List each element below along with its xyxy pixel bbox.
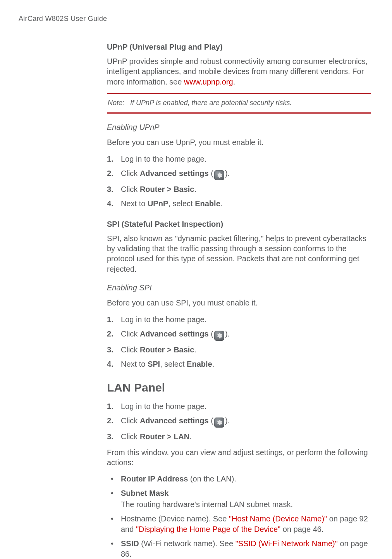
upnp-step-1: Log in to the home page.: [107, 154, 371, 164]
step-text: Click: [121, 169, 140, 178]
upnp-heading: UPnP (Universal Plug and Play): [107, 43, 371, 52]
enabling-upnp-intro: Before you can use UpnP, you must enable…: [107, 137, 371, 147]
router-basic-label: Router > Basic: [140, 185, 194, 193]
spi-step-1: Log in to the home page.: [107, 314, 371, 325]
step-text: Next to: [121, 199, 148, 208]
note-rule-bottom: [107, 112, 371, 114]
header-rule: [19, 27, 373, 27]
router-basic-label: Router > Basic: [140, 345, 194, 354]
lan-intro2: From this window, you can view and adjus…: [107, 447, 371, 468]
paren-open: (: [209, 169, 213, 178]
note-body: If UPnP is enabled, there are potential …: [130, 99, 292, 107]
lan-step-1: Log in to the home page.: [107, 401, 371, 412]
subnet-mask-label: Subnet Mask: [121, 489, 168, 497]
running-head: AirCard W802S User Guide: [19, 15, 373, 23]
step-text: Click: [121, 185, 140, 193]
paren-close: ).: [225, 416, 230, 425]
bullet-text: Hostname (Device name). See: [121, 514, 229, 523]
bullet-ssid: SSID (Wi-Fi network name). See "SSID (Wi…: [107, 538, 371, 559]
lan-step-3: Click Router > LAN.: [107, 431, 371, 442]
advanced-settings-label: Advanced settings: [140, 330, 209, 338]
bullet-subnet-mask: Subnet Mask The routing hardware's inter…: [107, 488, 371, 510]
step-text-end: .: [194, 345, 197, 354]
upnp-link[interactable]: www.upnp.org: [184, 78, 233, 86]
paren-open: (: [209, 416, 213, 425]
advanced-settings-label: Advanced settings: [140, 416, 209, 425]
upnp-step-3: Click Router > Basic.: [107, 184, 371, 195]
upnp-label: UPnP: [148, 199, 168, 208]
upnp-step-4: Next to UPnP, select Enable.: [107, 198, 371, 209]
main-content: UPnP (Universal Plug and Play) UPnP prov…: [107, 43, 373, 559]
upnp-intro: UPnP provides simple and robust connecti…: [107, 56, 371, 87]
step-text: Click: [121, 345, 140, 354]
advanced-settings-label: Advanced settings: [140, 169, 209, 178]
gear-icon: [213, 331, 225, 341]
step-text: Click: [121, 432, 140, 441]
step-text: Click: [121, 416, 140, 425]
enable-label: Enable: [187, 360, 212, 368]
step-text: Click: [121, 330, 140, 338]
step-text-end: .: [194, 185, 197, 193]
spi-step-3: Click Router > Basic.: [107, 345, 371, 355]
enable-label: Enable: [195, 199, 220, 208]
hostname-link-2[interactable]: "Displaying the Home Page of the Device": [136, 525, 280, 533]
lan-steps: Log in to the home page. Click Advanced …: [107, 401, 371, 442]
router-ip-label: Router IP Address: [121, 474, 188, 483]
lan-panel-heading: LAN Panel: [107, 381, 371, 394]
bullet-text: (on the LAN).: [188, 474, 236, 483]
enabling-upnp-heading: Enabling UPnP: [107, 123, 371, 132]
spi-intro: SPI, also known as "dynamic packet filte…: [107, 233, 371, 274]
note-text: Note: If UPnP is enabled, there are pote…: [107, 94, 371, 112]
ssid-label: SSID: [121, 539, 139, 548]
bullet-hostname: Hostname (Device name). See "Host Name (…: [107, 514, 371, 535]
upnp-steps: Log in to the home page. Click Advanced …: [107, 154, 371, 209]
gear-icon: [213, 170, 225, 180]
paren-close: ).: [225, 169, 230, 178]
bullet-text-end: on page 46.: [280, 525, 323, 533]
note-box: Note: If UPnP is enabled, there are pote…: [107, 93, 371, 114]
bullet-text-mid: (Wi-Fi network name). See: [139, 539, 236, 548]
spi-step-2: Click Advanced settings ().: [107, 329, 371, 341]
step-text: Next to: [121, 360, 148, 368]
router-lan-label: Router > LAN: [140, 432, 189, 441]
step-text-mid: , select: [160, 360, 187, 368]
spi-steps: Log in to the home page. Click Advanced …: [107, 314, 371, 369]
upnp-intro-post: .: [233, 78, 236, 86]
upnp-step-2: Click Advanced settings ().: [107, 168, 371, 180]
paren-close: ).: [225, 330, 230, 338]
step-text-end: .: [220, 199, 223, 208]
step-text-mid: , select: [168, 199, 195, 208]
step-text-end: .: [212, 360, 215, 368]
note-label: Note:: [108, 99, 124, 107]
hostname-link-1[interactable]: "Host Name (Device Name)": [229, 514, 327, 523]
subnet-mask-desc: The routing hardware's internal LAN subn…: [121, 499, 371, 510]
spi-heading: SPI (Stateful Packet Inspection): [107, 220, 371, 229]
enabling-spi-heading: Enabling SPI: [107, 283, 371, 292]
bullet-router-ip: Router IP Address (on the LAN).: [107, 474, 371, 484]
lan-step-2: Click Advanced settings ().: [107, 416, 371, 428]
enabling-spi-intro: Before you can use SPI, you must enable …: [107, 298, 371, 308]
spi-label: SPI: [148, 360, 160, 368]
lan-bullets: Router IP Address (on the LAN). Subnet M…: [107, 474, 371, 559]
spi-step-4: Next to SPI, select Enable.: [107, 359, 371, 369]
step-text-end: .: [189, 432, 192, 441]
upnp-intro-pre: UPnP provides simple and robust connecti…: [107, 57, 368, 86]
paren-open: (: [209, 330, 213, 338]
ssid-link[interactable]: "SSID (Wi-Fi Network Name)": [236, 539, 338, 548]
gear-icon: [213, 418, 225, 428]
